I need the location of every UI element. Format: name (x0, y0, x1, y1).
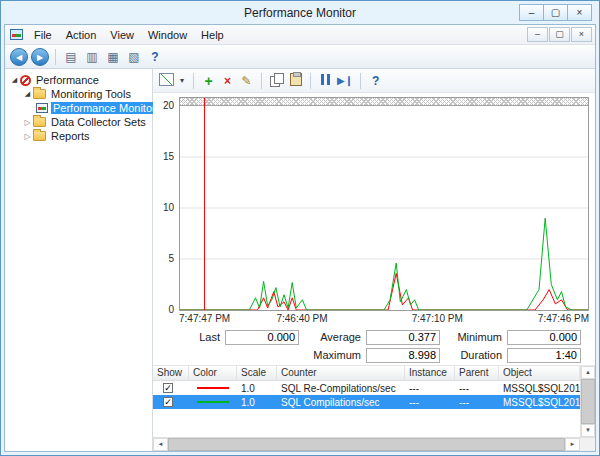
y-axis-tick: 0 (168, 304, 174, 315)
minimum-value: 0.000 (507, 330, 581, 345)
maximum-value: 8.998 (366, 348, 440, 363)
object-cell: MSSQL$SQL2012 (499, 397, 580, 408)
legend-row[interactable]: ✓ 1.0 SQL Compilations/sec --- --- MSSQL… (153, 395, 580, 409)
menu-file[interactable]: File (27, 27, 59, 43)
add-counter-icon[interactable]: + (201, 73, 216, 89)
app-icon (10, 29, 23, 40)
close-button[interactable]: × (567, 4, 592, 21)
performance-monitor-window: Performance Monitor – ▢ × File Action Vi… (0, 0, 600, 456)
average-label: Average (307, 331, 361, 343)
scroll-left-icon[interactable]: ◄ (153, 438, 168, 451)
performance-icon (20, 75, 31, 86)
y-axis: 05101520 (153, 97, 178, 319)
scrollbar-thumb[interactable] (168, 438, 565, 451)
x-axis-tick: 7:46:40 PM (276, 313, 327, 324)
menu-help[interactable]: Help (194, 27, 231, 43)
delete-counter-icon[interactable]: × (220, 73, 235, 89)
export-list-icon[interactable]: ▦ (104, 49, 122, 65)
scroll-right-icon[interactable]: ► (565, 438, 580, 451)
show-checkbox[interactable]: ✓ (163, 397, 173, 407)
y-axis-tick: 20 (163, 100, 174, 111)
back-icon[interactable]: ◀ (10, 48, 28, 66)
menu-window[interactable]: Window (141, 27, 194, 43)
tree-item-monitoring-tools[interactable]: ◢ Monitoring Tools (5, 87, 152, 101)
client-area: File Action View Window Help – ▢ × ◀ ▶ ▤… (4, 24, 596, 452)
duration-label: Duration (448, 349, 502, 361)
show-checkbox[interactable]: ✓ (163, 383, 173, 393)
properties-window-icon[interactable]: ▧ (125, 49, 143, 65)
graph-help-icon[interactable]: ? (368, 73, 383, 89)
counter-legend: Show Color Scale Counter Instance Parent… (153, 365, 595, 437)
counter-cell: SQL Re-Compilations/sec (277, 383, 405, 394)
column-header-color[interactable]: Color (189, 366, 237, 380)
toolbar-separator (261, 73, 262, 89)
tree-item-performance[interactable]: ◢ Performance (5, 73, 152, 87)
value-bar: Last 0.000 Average 0.377 Minimum 0.000 M… (153, 325, 595, 365)
legend-row[interactable]: ✓ 1.0 SQL Re-Compilations/sec --- --- MS… (153, 381, 580, 395)
copy-properties-icon[interactable] (270, 73, 283, 86)
horizontal-scrollbar[interactable]: ◄ ► (153, 437, 595, 451)
column-header-parent[interactable]: Parent (455, 366, 499, 380)
last-value: 0.000 (225, 330, 299, 345)
maximize-button[interactable]: ▢ (543, 4, 568, 21)
toolbar-separator (193, 73, 194, 89)
graph-toolbar: ▾ + × ✎ ▶❙ ? (153, 69, 595, 93)
tree-item-performance-monitor[interactable]: Performance Monitor (5, 101, 152, 115)
x-axis-tick: 7:47:46 PM (538, 313, 589, 324)
y-axis-tick: 5 (168, 253, 174, 264)
update-data-icon[interactable]: ▶❙ (337, 73, 353, 89)
console-tree: ◢ Performance ◢ Monitoring Tools Perform… (5, 69, 153, 451)
freeze-display-icon[interactable] (321, 74, 330, 85)
parent-cell: --- (455, 383, 499, 394)
toolbar-separator (310, 73, 311, 89)
x-axis: 7:47:47 PM7:46:40 PM7:47:10 PM7:47:46 PM (179, 313, 589, 326)
change-graph-type-icon[interactable] (159, 73, 174, 86)
tree-item-reports[interactable]: ▷ Reports (5, 129, 152, 143)
mdi-close-button[interactable]: × (571, 27, 592, 42)
show-console-tree-icon[interactable]: ▤ (62, 49, 80, 65)
parent-cell: --- (455, 397, 499, 408)
tree-item-data-collector-sets[interactable]: ▷ Data Collector Sets (5, 115, 152, 129)
color-sample (197, 401, 229, 403)
show-action-pane-icon[interactable]: ▥ (83, 49, 101, 65)
paste-counter-list-icon[interactable] (290, 73, 302, 86)
mdi-window-controls: – ▢ × (526, 27, 592, 42)
forward-icon[interactable]: ▶ (31, 48, 49, 66)
main-toolbar: ◀ ▶ ▤ ▥ ▦ ▧ ? (5, 45, 595, 69)
titlebar[interactable]: Performance Monitor – ▢ × (1, 1, 599, 24)
minimize-button[interactable]: – (519, 4, 544, 21)
expander-closed-icon[interactable]: ▷ (22, 118, 33, 127)
object-cell: MSSQL$SQL2012 (499, 383, 580, 394)
mdi-restore-button[interactable]: ▢ (549, 27, 570, 42)
duration-value: 1:40 (507, 348, 581, 363)
expander-open-icon[interactable]: ◢ (9, 76, 20, 84)
color-sample (197, 387, 229, 389)
scroll-up-icon[interactable]: ▲ (581, 366, 595, 379)
toolbar-separator (360, 73, 361, 89)
last-label: Last (166, 331, 220, 343)
legend-vertical-scrollbar[interactable]: ▲ ▼ (580, 366, 595, 437)
monitor-chart-icon (36, 103, 48, 113)
console-body: ◢ Performance ◢ Monitoring Tools Perform… (5, 69, 595, 451)
menu-action[interactable]: Action (59, 27, 104, 43)
counter-cell: SQL Compilations/sec (277, 397, 405, 408)
window-title: Performance Monitor (244, 6, 356, 20)
average-value: 0.377 (366, 330, 440, 345)
expander-open-icon[interactable]: ◢ (22, 90, 33, 98)
help-icon[interactable]: ? (146, 49, 164, 65)
x-axis-tick: 7:47:10 PM (412, 313, 463, 324)
menu-view[interactable]: View (103, 27, 141, 43)
highlight-icon[interactable]: ✎ (239, 73, 254, 89)
column-header-instance[interactable]: Instance (405, 366, 455, 380)
mdi-minimize-button[interactable]: – (527, 27, 548, 42)
column-header-object[interactable]: Object (499, 366, 580, 380)
window-controls: – ▢ × (520, 4, 592, 21)
chevron-down-icon[interactable]: ▾ (178, 73, 186, 89)
column-header-show[interactable]: Show (153, 366, 189, 380)
column-header-counter[interactable]: Counter (277, 366, 405, 380)
folder-icon (33, 131, 46, 141)
scroll-down-icon[interactable]: ▼ (581, 424, 595, 437)
column-header-scale[interactable]: Scale (237, 366, 277, 380)
scrollbar-thumb[interactable] (581, 379, 595, 424)
expander-closed-icon[interactable]: ▷ (22, 132, 33, 141)
